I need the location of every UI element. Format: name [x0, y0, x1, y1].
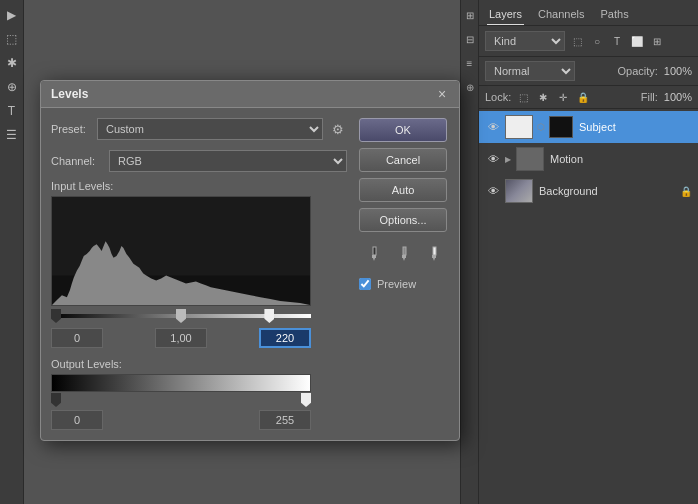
input-levels-label: Input Levels:: [51, 180, 347, 192]
blend-mode-select[interactable]: Normal: [485, 61, 575, 81]
layer-name-subject: Subject: [579, 121, 616, 133]
output-white-slider[interactable]: [301, 393, 311, 407]
toolbar-move-icon[interactable]: ▶: [1, 4, 23, 26]
black-eyedropper-button[interactable]: [362, 242, 386, 266]
toolbar-crop-icon[interactable]: ⊕: [1, 76, 23, 98]
layer-filter-smart-icon[interactable]: ⊞: [649, 33, 665, 49]
black-point-slider[interactable]: [51, 309, 61, 323]
dialog-body: Preset: Custom ⚙ Channel: RGB Input Leve…: [41, 108, 459, 440]
channel-row: Channel: RGB: [51, 150, 347, 172]
output-black-input[interactable]: [51, 410, 103, 430]
svg-marker-3: [373, 258, 375, 261]
layer-name-motion: Motion: [550, 153, 583, 165]
lock-move-icon[interactable]: ✛: [555, 89, 571, 105]
input-values-row: [51, 328, 311, 348]
layer-filter-shape-icon[interactable]: ⬜: [629, 33, 645, 49]
layer-item-motion[interactable]: 👁 ▶ Motion: [479, 143, 698, 175]
layer-item-subject[interactable]: 👁 ⬡ Subject: [479, 111, 698, 143]
dialog-titlebar: Levels ×: [41, 81, 459, 108]
dialog-close-button[interactable]: ×: [435, 87, 449, 101]
preset-label: Preset:: [51, 123, 91, 135]
preset-select[interactable]: Custom: [97, 118, 323, 140]
output-black-slider[interactable]: [51, 393, 61, 407]
svg-rect-1: [373, 247, 376, 255]
layer-group-arrow-motion: ▶: [505, 155, 511, 164]
layer-item-background[interactable]: 👁 Background 🔒: [479, 175, 698, 207]
dialog-left-panel: Preset: Custom ⚙ Channel: RGB Input Leve…: [51, 118, 347, 430]
auto-button[interactable]: Auto: [359, 178, 447, 202]
eyedropper-icon-black: [366, 246, 382, 262]
histogram-area: [51, 196, 311, 306]
left-toolbar: ▶ ⬚ ✱ ⊕ T ☰: [0, 0, 24, 504]
tab-layers[interactable]: Layers: [487, 4, 524, 25]
toolbar-shape-icon[interactable]: ☰: [1, 124, 23, 146]
tab-channels[interactable]: Channels: [536, 4, 586, 25]
white-eyedropper-button[interactable]: [422, 242, 446, 266]
panel-tabs: Layers Channels Paths: [479, 0, 698, 26]
preview-label: Preview: [377, 278, 416, 290]
lock-brush-icon[interactable]: ✱: [535, 89, 551, 105]
layer-name-background: Background: [539, 185, 598, 197]
fill-value: 100%: [664, 91, 692, 103]
opacity-value: 100%: [664, 65, 692, 77]
black-point-input[interactable]: [51, 328, 103, 348]
layer-eye-background[interactable]: 👁: [485, 183, 501, 199]
channel-select[interactable]: RGB: [109, 150, 347, 172]
right-panel: Layers Channels Paths Kind ⬚ ○ T ⬜ ⊞ Nor…: [478, 0, 698, 504]
eyedropper-icon-gray: [396, 246, 412, 262]
svg-marker-9: [433, 258, 435, 261]
layer-eye-motion[interactable]: 👁: [485, 151, 501, 167]
mid-point-input[interactable]: [155, 328, 207, 348]
svg-rect-8: [432, 255, 436, 258]
dialog-right-panel: OK Cancel Auto Options...: [359, 118, 449, 430]
layers-list: 👁 ⬡ Subject 👁 ▶ Motion 👁 Background 🔒: [479, 109, 698, 209]
preview-checkbox[interactable]: [359, 278, 371, 290]
mid-point-slider[interactable]: [176, 309, 186, 323]
fill-label: Fill:: [641, 91, 658, 103]
toolbar-type-icon[interactable]: T: [1, 100, 23, 122]
gray-eyedropper-button[interactable]: [392, 242, 416, 266]
layer-lock-background: 🔒: [680, 186, 692, 197]
svg-rect-4: [403, 247, 406, 255]
layer-filter-type-icon[interactable]: T: [609, 33, 625, 49]
panel-options: Normal Opacity: 100%: [479, 57, 698, 86]
dialog-title: Levels: [51, 87, 88, 101]
svg-marker-6: [403, 258, 405, 261]
lock-transparent-icon[interactable]: ⬚: [515, 89, 531, 105]
toolbar-select-icon[interactable]: ⬚: [1, 28, 23, 50]
eyedropper-row: [359, 242, 449, 266]
lock-bar: Lock: ⬚ ✱ ✛ 🔒 Fill: 100%: [479, 86, 698, 109]
output-levels-label: Output Levels:: [51, 358, 347, 370]
ok-button[interactable]: OK: [359, 118, 447, 142]
kind-select[interactable]: Kind: [485, 31, 565, 51]
lock-label: Lock:: [485, 91, 511, 103]
preset-gear-icon[interactable]: ⚙: [329, 120, 347, 138]
white-point-input[interactable]: [259, 328, 311, 348]
eyedropper-icon-white: [426, 246, 442, 262]
lock-all-icon[interactable]: 🔒: [575, 89, 591, 105]
preset-row: Preset: Custom ⚙: [51, 118, 347, 140]
layer-thumb-subject: [505, 115, 533, 139]
levels-dialog: Levels × Preset: Custom ⚙ Channel: RGB I…: [40, 80, 460, 441]
input-slider-row[interactable]: [51, 308, 311, 324]
tab-paths[interactable]: Paths: [599, 4, 631, 25]
layer-thumb-motion: [516, 147, 544, 171]
channel-label: Channel:: [51, 155, 103, 167]
layer-thumb-background: [505, 179, 533, 203]
white-point-slider[interactable]: [264, 309, 274, 323]
cancel-button[interactable]: Cancel: [359, 148, 447, 172]
svg-rect-5: [402, 255, 406, 258]
svg-rect-7: [433, 247, 436, 255]
toolbar-brush-icon[interactable]: ✱: [1, 52, 23, 74]
output-white-input[interactable]: [259, 410, 311, 430]
panel-toolbar: Kind ⬚ ○ T ⬜ ⊞: [479, 26, 698, 57]
output-gradient: [51, 374, 311, 392]
panel-side-toolbar: ⊞ ⊟ ≡ ⊕: [460, 0, 478, 504]
opacity-label: Opacity:: [618, 65, 658, 77]
options-button[interactable]: Options...: [359, 208, 447, 232]
layer-filter-pixel-icon[interactable]: ⬚: [569, 33, 585, 49]
layer-filter-adjust-icon[interactable]: ○: [589, 33, 605, 49]
output-slider-row[interactable]: [51, 392, 311, 408]
layer-eye-subject[interactable]: 👁: [485, 119, 501, 135]
preview-row: Preview: [359, 278, 449, 290]
